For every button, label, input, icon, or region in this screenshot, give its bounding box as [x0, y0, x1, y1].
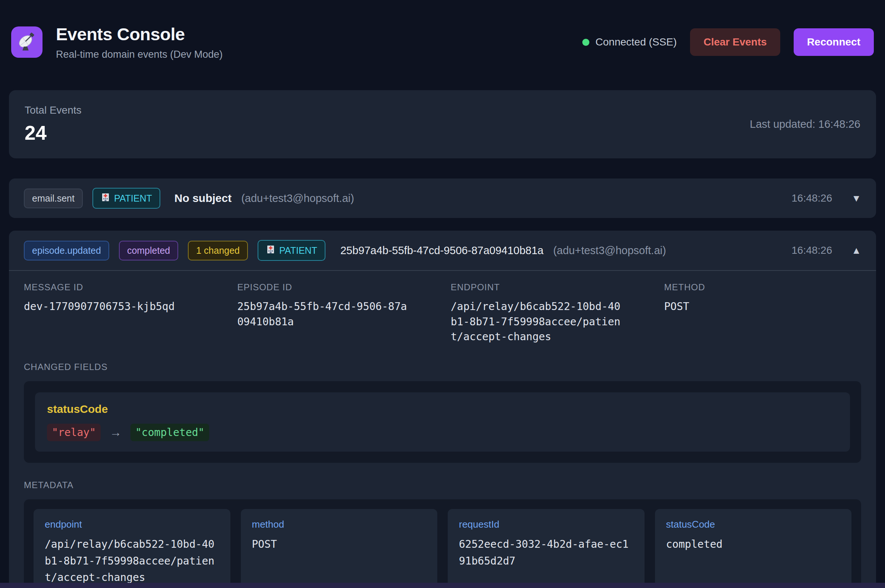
changed-fields-section-label: CHANGED FIELDS [24, 362, 861, 372]
total-events-card: Total Events 24 Last updated: 16:48:26 [9, 90, 876, 158]
domain-badge: PATIENT [258, 240, 325, 261]
page-title: Events Console [56, 24, 222, 44]
event-timestamp: 16:48:26 [792, 192, 832, 204]
metadata-key: method [252, 519, 427, 530]
metadata-section-label: METADATA [24, 480, 861, 490]
detail-endpoint: ENDPOINT /api/relay/b6cab522-10bd-40b1-8… [451, 282, 648, 345]
detail-message-id: MESSAGE ID dev-1770907706753-kjb5qd [24, 282, 221, 345]
event-timestamp: 16:48:26 [792, 244, 832, 256]
changed-field-item: statusCode "relay" → "completed" [35, 392, 850, 452]
metadata-key: statusCode [666, 519, 841, 530]
domain-badge-label: PATIENT [279, 245, 317, 256]
hospital-icon [266, 244, 275, 256]
changed-count-badge: 1 changed [188, 241, 248, 261]
last-updated-label: Last updated: 16:48:26 [750, 118, 860, 130]
changed-fields-box: statusCode "relay" → "completed" [24, 381, 861, 463]
metadata-tile-method: method POST [241, 509, 438, 588]
collapse-toggle-icon[interactable]: ▲ [852, 245, 861, 256]
metadata-box: endpoint /api/relay/b6cab522-10bd-40b1-8… [24, 500, 861, 588]
metadata-value: /api/relay/b6cab522-10bd-40b1-8b71-7f599… [45, 536, 219, 586]
metadata-tile-endpoint: endpoint /api/relay/b6cab522-10bd-40b1-8… [33, 509, 230, 588]
status-badge: completed [119, 241, 178, 261]
changed-field-name: statusCode [47, 403, 838, 416]
event-email: (adu+test3@hopsoft.ai) [241, 192, 354, 205]
changed-old-value: "relay" [47, 424, 101, 441]
detail-label: MESSAGE ID [24, 282, 221, 292]
bottom-edge-strip [0, 583, 885, 588]
detail-label: EPISODE ID [237, 282, 435, 292]
detail-grid: MESSAGE ID dev-1770907706753-kjb5qd EPIS… [24, 282, 861, 345]
metadata-value: POST [252, 536, 427, 553]
event-episode-id: 25b97a4b-55fb-47cd-9506-87a09410b81a [340, 244, 544, 257]
detail-value: dev-1770907706753-kjb5qd [24, 299, 221, 315]
page-subtitle: Real-time domain events (Dev Mode) [56, 49, 222, 60]
detail-value: 25b97a4b-55fb-47cd-9506-87a09410b81a [237, 299, 435, 329]
domain-badge: PATIENT [92, 188, 160, 208]
changed-new-value: "completed" [131, 424, 209, 441]
event-row-email-sent: email.sent PATIENT No subject (adu+test3… [9, 178, 876, 218]
metadata-tile-request-id: requestId 6252eecd-3032-4b2d-afae-ec191b… [448, 509, 645, 588]
clear-events-button[interactable]: Clear Events [690, 28, 780, 56]
total-events-value: 24 [25, 122, 82, 144]
total-events-label: Total Events [25, 104, 82, 116]
event-email: (adu+test3@hopsoft.ai) [553, 244, 666, 257]
hospital-icon [101, 192, 110, 204]
arrow-right-icon: → [110, 426, 122, 440]
event-detail-panel: MESSAGE ID dev-1770907706753-kjb5qd EPIS… [9, 270, 876, 588]
expand-toggle-icon[interactable]: ▼ [852, 193, 861, 204]
event-header[interactable]: email.sent PATIENT No subject (adu+test3… [9, 178, 876, 218]
event-header[interactable]: episode.updated completed 1 changed PATI… [9, 231, 876, 270]
detail-episode-id: EPISODE ID 25b97a4b-55fb-47cd-9506-87a09… [237, 282, 435, 345]
domain-badge-label: PATIENT [114, 193, 152, 204]
connection-status: Connected (SSE) [582, 36, 677, 48]
app-header: Events Console Real-time domain events (… [11, 24, 874, 60]
detail-value: POST [664, 299, 861, 315]
metadata-value: completed [666, 536, 841, 553]
connection-status-label: Connected (SSE) [595, 36, 677, 48]
metadata-value: 6252eecd-3032-4b2d-afae-ec191b65d2d7 [459, 536, 633, 570]
detail-label: ENDPOINT [451, 282, 648, 292]
satellite-dish-icon [17, 31, 37, 53]
metadata-key: endpoint [45, 519, 219, 530]
metadata-key: requestId [459, 519, 633, 530]
detail-label: METHOD [664, 282, 861, 292]
event-type-badge: email.sent [24, 189, 83, 208]
reconnect-button[interactable]: Reconnect [794, 28, 874, 56]
app-logo [11, 27, 42, 58]
event-row-episode-updated: episode.updated completed 1 changed PATI… [9, 231, 876, 588]
event-subject: No subject [174, 192, 231, 205]
detail-method: METHOD POST [664, 282, 861, 345]
event-type-badge: episode.updated [24, 241, 109, 261]
detail-value: /api/relay/b6cab522-10bd-40b1-8b71-7f599… [451, 299, 648, 345]
metadata-tile-status-code: statusCode completed [655, 509, 852, 588]
connection-status-dot-icon [582, 39, 589, 46]
